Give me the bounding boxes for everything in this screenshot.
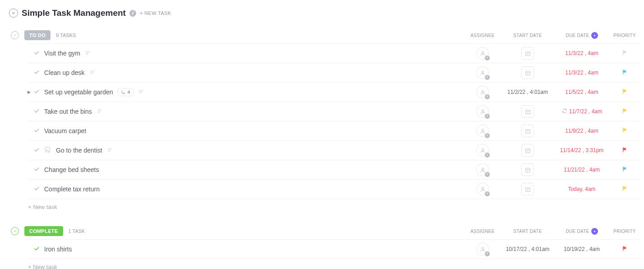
start-date-value[interactable]: 10/17/22 , 4:01am	[506, 246, 550, 252]
due-date-value[interactable]: 10/19/22 , 4am	[564, 246, 600, 252]
due-date-value[interactable]: 11/3/22 , 4am	[565, 50, 598, 56]
task-row[interactable]: Go to the dentist+11/14/22 , 3:31pm	[28, 141, 640, 160]
task-title[interactable]: Clean up desk	[44, 69, 85, 76]
new-task-inline[interactable]: + New task	[11, 199, 640, 215]
expand-icon[interactable]: ▶	[28, 90, 31, 94]
new-task-inline[interactable]: + New task	[11, 259, 640, 269]
due-date-value[interactable]: 11/9/22 , 4am	[565, 128, 598, 134]
task-row[interactable]: Take out the bins+11/7/22 , 4am	[28, 102, 640, 121]
complete-check-icon[interactable]	[33, 166, 40, 174]
task-row[interactable]: Visit the gym+11/3/22 , 4am	[28, 44, 640, 63]
col-assignee[interactable]: ASSIGNEE	[465, 33, 501, 38]
task-title[interactable]: Visit the gym	[44, 50, 80, 57]
description-icon	[89, 69, 96, 76]
task-row[interactable]: Iron shirts+10/17/22 , 4:01am10/19/22 , …	[28, 240, 640, 259]
due-date-value[interactable]: 11/21/22 , 4am	[564, 167, 600, 173]
col-assignee[interactable]: ASSIGNEE	[465, 229, 501, 234]
assignee-add-icon[interactable]: +	[476, 243, 489, 255]
subtask-count-badge[interactable]: 4	[118, 88, 133, 96]
page-title: Simple Task Management	[22, 8, 126, 18]
priority-flag-icon[interactable]	[621, 146, 628, 154]
start-date-placeholder-icon[interactable]	[521, 47, 534, 60]
task-count: 8 TASKS	[56, 32, 76, 38]
assignee-add-icon[interactable]: +	[476, 144, 489, 157]
priority-flag-icon[interactable]	[621, 127, 628, 135]
assignee-add-icon[interactable]: +	[476, 163, 489, 176]
complete-check-icon[interactable]	[33, 246, 40, 253]
description-icon	[107, 147, 113, 154]
new-task-button[interactable]: + NEW TASK	[140, 10, 171, 16]
task-title[interactable]: Iron shirts	[44, 246, 72, 253]
recurring-icon	[561, 108, 567, 115]
assignee-add-icon[interactable]: +	[476, 183, 489, 195]
due-date-value[interactable]: Today, 4am	[568, 186, 595, 192]
task-row[interactable]: ▶Set up vegetable garden4+11/2/22 , 4:01…	[28, 83, 640, 102]
priority-flag-icon[interactable]	[621, 69, 628, 77]
priority-flag-icon[interactable]	[621, 245, 628, 253]
complete-check-icon[interactable]	[33, 147, 40, 154]
complete-check-icon[interactable]	[33, 186, 40, 193]
description-icon	[85, 50, 91, 57]
due-date-value[interactable]: 11/14/22 , 3:31pm	[560, 147, 604, 153]
complete-check-icon[interactable]	[33, 108, 40, 116]
start-date-placeholder-icon[interactable]	[521, 66, 534, 79]
assignee-add-icon[interactable]: +	[476, 86, 489, 98]
start-date-placeholder-icon[interactable]	[521, 105, 534, 118]
col-priority[interactable]: PRIORITY	[609, 33, 640, 38]
start-date-value[interactable]: 11/2/22 , 4:01am	[507, 89, 548, 95]
description-icon	[97, 108, 103, 115]
task-title[interactable]: Complete tax return	[44, 186, 100, 193]
task-row[interactable]: Complete tax return+Today, 4am	[28, 180, 640, 199]
due-date-value[interactable]: 11/3/22 , 4am	[565, 70, 598, 76]
complete-check-icon[interactable]	[33, 127, 40, 135]
start-date-placeholder-icon[interactable]	[521, 144, 534, 157]
collapse-all-icon[interactable]	[9, 9, 18, 18]
task-row[interactable]: Clean up desk+11/3/22 , 4am	[28, 63, 640, 83]
task-row[interactable]: Vacuum carpet+11/9/22 , 4am	[28, 121, 640, 141]
status-pill[interactable]: TO DO	[24, 30, 51, 40]
group-collapse-icon[interactable]	[11, 31, 19, 39]
sort-asc-icon[interactable]	[591, 32, 598, 39]
start-date-placeholder-icon[interactable]	[521, 183, 534, 195]
task-count: 1 TASK	[69, 228, 85, 234]
priority-flag-icon[interactable]	[621, 49, 628, 57]
complete-check-icon[interactable]	[33, 69, 40, 77]
priority-flag-icon[interactable]	[621, 107, 628, 116]
tooth-icon	[44, 146, 51, 155]
col-due-date[interactable]: DUE DATE	[555, 32, 609, 39]
priority-flag-icon[interactable]	[621, 88, 628, 96]
group-collapse-icon[interactable]	[11, 227, 19, 235]
task-title[interactable]: Go to the dentist	[56, 147, 102, 154]
start-date-placeholder-icon[interactable]	[521, 125, 534, 137]
due-date-value[interactable]: 11/5/22 , 4am	[565, 89, 598, 95]
complete-check-icon[interactable]	[33, 88, 40, 96]
task-title[interactable]: Take out the bins	[44, 108, 92, 115]
description-icon	[138, 88, 144, 96]
status-pill[interactable]: COMPLETE	[24, 226, 63, 236]
col-start-date[interactable]: START DATE	[501, 33, 555, 38]
task-title[interactable]: Set up vegetable garden	[44, 88, 113, 96]
task-row[interactable]: Change bed sheets+11/21/22 , 4am	[28, 160, 640, 180]
col-start-date[interactable]: START DATE	[501, 229, 555, 234]
assignee-add-icon[interactable]: +	[476, 47, 489, 60]
due-date-value[interactable]: 11/7/22 , 4am	[569, 108, 602, 115]
sort-asc-icon[interactable]	[591, 228, 598, 235]
assignee-add-icon[interactable]: +	[476, 105, 489, 118]
task-title[interactable]: Change bed sheets	[44, 166, 99, 173]
assignee-add-icon[interactable]: +	[476, 66, 489, 79]
priority-flag-icon[interactable]	[621, 166, 628, 174]
start-date-placeholder-icon[interactable]	[521, 163, 534, 176]
col-due-date[interactable]: DUE DATE	[555, 228, 609, 235]
assignee-add-icon[interactable]: +	[476, 125, 489, 137]
complete-check-icon[interactable]	[33, 50, 40, 57]
col-priority[interactable]: PRIORITY	[609, 229, 640, 234]
priority-flag-icon[interactable]	[621, 185, 628, 193]
task-title[interactable]: Vacuum carpet	[44, 127, 86, 134]
info-icon[interactable]: i	[129, 10, 136, 17]
